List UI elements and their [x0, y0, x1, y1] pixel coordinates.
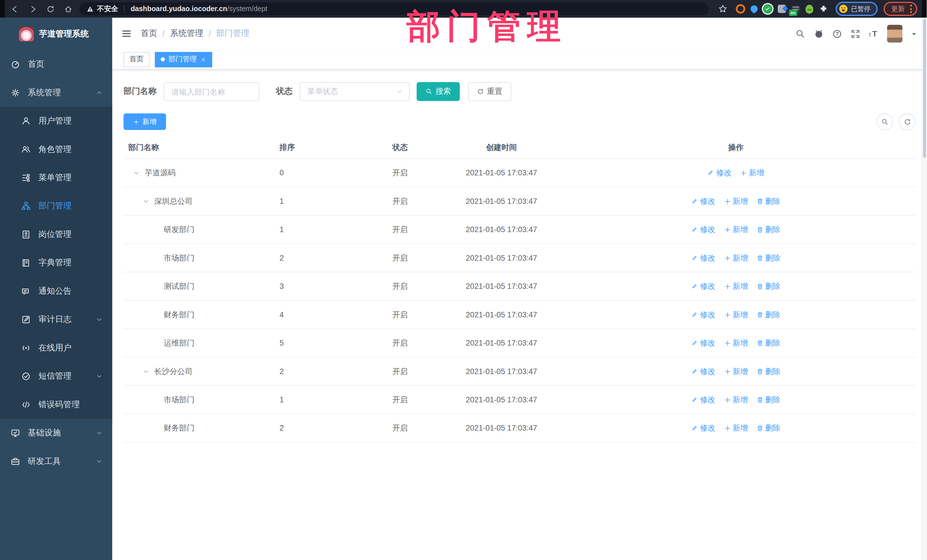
add-action-link[interactable]: 新增 — [723, 224, 748, 235]
edit-action-link[interactable]: 修改 — [707, 167, 732, 178]
tab-首页[interactable]: 首页 — [123, 52, 149, 67]
browser-extension-icon[interactable] — [763, 4, 772, 14]
edit-action-link[interactable]: 修改 — [691, 423, 715, 433]
sidebar-item-sms[interactable]: 短信管理 — [0, 362, 112, 390]
sidebar-item-dict[interactable]: 字典管理 — [0, 249, 112, 277]
sidebar-item-menu[interactable]: 菜单管理 — [0, 164, 112, 192]
plus-icon — [133, 118, 140, 125]
delete-action-link[interactable]: 删除 — [756, 281, 780, 291]
header-search-icon[interactable] — [795, 29, 805, 38]
window-edge — [922, 0, 927, 18]
delete-action-link[interactable]: 删除 — [756, 196, 780, 206]
home-icon[interactable] — [63, 3, 73, 14]
scrollbar-thumb[interactable] — [923, 19, 926, 158]
app-logo-row[interactable]: 芋道管理系统 — [0, 18, 112, 50]
status-value: 开启 — [388, 244, 447, 272]
add-button[interactable]: 新增 — [123, 114, 166, 130]
add-action-link[interactable]: 新增 — [723, 423, 748, 433]
sidebar-item-role[interactable]: 角色管理 — [0, 135, 112, 163]
kebab-menu-icon[interactable] — [910, 5, 912, 13]
add-action-link[interactable]: 新增 — [723, 338, 748, 348]
edit-action-link[interactable]: 修改 — [691, 395, 715, 405]
sidebar-item-notice[interactable]: 通知公告 — [0, 277, 112, 305]
created-value: 2021-01-05 17:03:47 — [447, 159, 556, 187]
search-button[interactable]: 搜索 — [417, 82, 460, 101]
header-expand-icon[interactable] — [851, 29, 860, 38]
browser-extension-icon[interactable]: on — [791, 5, 800, 13]
browser-extension-icon[interactable] — [805, 5, 813, 14]
add-action-link[interactable]: 新增 — [723, 196, 748, 206]
dept-name: 测试部门 — [164, 281, 195, 291]
table-row: 深圳总公司1开启2021-01-05 17:03:47修改新增删除 — [123, 187, 915, 215]
toggle-search-button[interactable] — [877, 114, 893, 130]
sidebar-item-online[interactable]: 在线用户 — [0, 334, 112, 362]
browser-extension-icon[interactable] — [749, 4, 759, 14]
add-action-link[interactable]: 新增 — [723, 310, 748, 320]
add-action-link[interactable]: 新增 — [723, 395, 748, 405]
back-icon[interactable] — [9, 3, 20, 14]
edit-action-link[interactable]: 修改 — [691, 224, 715, 235]
hamburger-icon[interactable] — [121, 28, 132, 39]
table-toolbar: 新增 — [123, 114, 915, 130]
sidebar-item-system[interactable]: 系统管理 — [0, 79, 112, 107]
edit-action-link[interactable]: 修改 — [691, 196, 715, 206]
edit-action-link[interactable]: 修改 — [691, 253, 715, 263]
screen: 不安全 dashboard.yudao.iocoder.cn/system/de… — [0, 0, 927, 560]
expand-chevron-icon[interactable] — [133, 169, 143, 177]
edit-action-link[interactable]: 修改 — [691, 366, 715, 377]
page-scrollbar[interactable] — [922, 18, 927, 560]
table-row: 研发部门1开启2021-01-05 17:03:47修改新增删除 — [123, 215, 915, 243]
created-value: 2021-01-05 17:03:47 — [447, 272, 556, 300]
close-icon[interactable] — [200, 56, 206, 62]
browser-extension-icon[interactable] — [819, 4, 828, 14]
browser-update-button[interactable]: 更新 — [884, 2, 917, 16]
expand-chevron-icon[interactable] — [142, 367, 152, 375]
delete-action-link[interactable]: 删除 — [756, 253, 780, 263]
sidebar-item-infra[interactable]: 基础设施 — [0, 419, 112, 447]
header-github-icon[interactable] — [814, 29, 824, 38]
add-action-link[interactable]: 新增 — [723, 366, 748, 377]
breadcrumb-item[interactable]: 系统管理 — [170, 28, 204, 39]
user-avatar[interactable] — [887, 25, 903, 42]
sidebar-item-home[interactable]: 首页 — [0, 50, 112, 78]
edit-action-link[interactable]: 修改 — [691, 281, 715, 291]
delete-action-link[interactable]: 删除 — [756, 366, 780, 377]
sidebar-item-dept[interactable]: 部门管理 — [0, 192, 112, 220]
sidebar-item-user[interactable]: 用户管理 — [0, 107, 112, 135]
edit-action-link[interactable]: 修改 — [691, 310, 715, 320]
security-warning[interactable]: 不安全 — [87, 4, 119, 14]
forward-icon[interactable] — [27, 3, 38, 14]
caret-down-icon[interactable] — [911, 30, 917, 37]
sidebar-item-audit[interactable]: 审计日志 — [0, 305, 112, 334]
delete-action-link[interactable]: 删除 — [756, 395, 780, 405]
chevron-down-icon — [96, 429, 103, 437]
edit-action-link[interactable]: 修改 — [691, 338, 715, 348]
bookmark-star-icon[interactable] — [718, 4, 727, 14]
dept-name-input[interactable] — [164, 82, 260, 101]
reset-button[interactable]: 重置 — [468, 82, 511, 101]
header-fontsize-icon[interactable]: tT — [869, 29, 879, 38]
browser-extension-icon[interactable] — [778, 5, 786, 13]
add-action-link[interactable]: 新增 — [723, 281, 748, 291]
refresh-table-button[interactable] — [899, 114, 916, 130]
add-action-link[interactable]: 新增 — [740, 167, 764, 178]
delete-action-link[interactable]: 删除 — [756, 224, 780, 235]
sidebar-item-devtool[interactable]: 研发工具 — [0, 448, 112, 476]
expand-chevron-icon[interactable] — [142, 197, 152, 205]
tab-部门管理[interactable]: 部门管理 — [155, 52, 212, 67]
online-icon — [21, 343, 31, 353]
add-action-link[interactable]: 新增 — [723, 253, 748, 263]
status-select[interactable]: 菜单状态 — [300, 82, 410, 101]
sidebar-item-post[interactable]: 岗位管理 — [0, 220, 112, 249]
extension-paused-badge[interactable]: 已暂停 — [836, 2, 878, 16]
delete-action-link[interactable]: 删除 — [756, 310, 780, 320]
sidebar-item-errcode[interactable]: 错误码管理 — [0, 391, 112, 419]
address-bar[interactable]: 不安全 dashboard.yudao.iocoder.cn/system/de… — [79, 2, 709, 15]
delete-action-link[interactable]: 删除 — [756, 423, 780, 433]
reload-icon[interactable] — [45, 3, 55, 14]
delete-action-link[interactable]: 删除 — [756, 338, 780, 348]
sort-value: 4 — [275, 300, 388, 329]
breadcrumb-item[interactable]: 首页 — [141, 28, 157, 39]
browser-extension-icon[interactable] — [736, 4, 745, 14]
header-question-icon[interactable]: ? — [832, 29, 842, 38]
